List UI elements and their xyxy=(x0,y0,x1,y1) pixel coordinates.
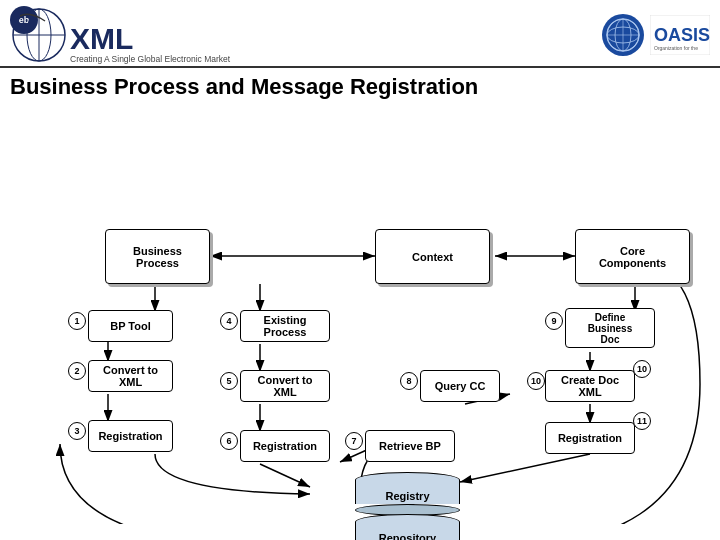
registry-db: Registry xyxy=(355,472,460,516)
num-2: 2 xyxy=(68,362,86,380)
page-title: Business Process and Message Registratio… xyxy=(0,68,720,104)
tagline: Creating A Single Global Electronic Mark… xyxy=(70,54,230,64)
num-9: 9 xyxy=(545,312,563,330)
un-emblem xyxy=(602,14,644,56)
existing-process-box: ExistingProcess xyxy=(240,310,330,342)
num-5: 5 xyxy=(220,372,238,390)
bp-tool-box: BP Tool xyxy=(88,310,173,342)
num-10-circle: 10 xyxy=(633,360,651,378)
svg-line-23 xyxy=(260,464,310,487)
registration-mid-box: Registration xyxy=(240,430,330,462)
logo-left: eb XML Creating A Single Global Electron… xyxy=(10,6,230,64)
core-components-box: Core Components xyxy=(575,229,690,284)
create-doc-xml-box: Create DocXML xyxy=(545,370,635,402)
header: eb XML Creating A Single Global Electron… xyxy=(0,0,720,68)
num-10: 10 xyxy=(527,372,545,390)
diagram: Business Process Context Core Components… xyxy=(0,104,720,524)
svg-line-29 xyxy=(460,454,590,482)
num-11-circle: 11 xyxy=(633,412,651,430)
repository-db: Repository xyxy=(355,514,460,540)
num-1: 1 xyxy=(68,312,86,330)
logo-xml: XML xyxy=(70,22,133,55)
query-cc-box: Query CC xyxy=(420,370,500,402)
context-box: Context xyxy=(375,229,490,284)
num-7: 7 xyxy=(345,432,363,450)
num-4: 4 xyxy=(220,312,238,330)
registration-left-box: Registration xyxy=(88,420,173,452)
registration-right-box: Registration xyxy=(545,422,635,454)
define-biz-doc-box: DefineBusinessDoc xyxy=(565,308,655,348)
num-3: 3 xyxy=(68,422,86,440)
num-8: 8 xyxy=(400,372,418,390)
svg-text:Organization for the: Organization for the xyxy=(654,45,698,51)
convert-xml-mid-box: Convert toXML xyxy=(240,370,330,402)
svg-text:OASIS: OASIS xyxy=(654,25,710,45)
retrieve-bp-box: Retrieve BP xyxy=(365,430,455,462)
num-6: 6 xyxy=(220,432,238,450)
logo-right: OASIS Organization for the xyxy=(602,14,710,56)
oasis-logo: OASIS Organization for the xyxy=(650,15,710,56)
business-process-box: Business Process xyxy=(105,229,210,284)
convert-xml-left-box: Convert toXML xyxy=(88,360,173,392)
